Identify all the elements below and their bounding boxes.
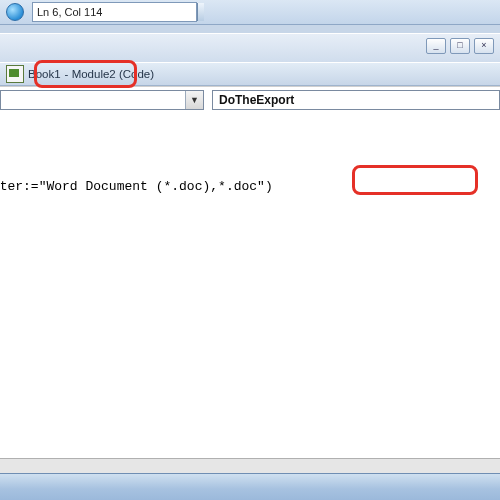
code-editor[interactable]: alFileName:=vbNullStrin, FileFilter:="Wo…	[0, 112, 500, 459]
status-resize-handle[interactable]	[197, 3, 204, 21]
code-pane-dropdown-row: ▼ DoTheExport	[0, 86, 500, 114]
code-window-title-prefix: Book1	[28, 68, 61, 80]
maximize-button[interactable]: □	[450, 38, 470, 54]
app-status-icon	[6, 3, 24, 21]
close-button[interactable]: ×	[474, 38, 494, 54]
code-window-titlebar[interactable]: Book1 - Module2 (Code)	[0, 62, 500, 86]
cursor-position-field: Ln 6, Col 114	[32, 2, 197, 22]
excel-module-icon	[6, 65, 24, 83]
chevron-down-icon[interactable]: ▼	[185, 91, 203, 109]
cursor-position-text: Ln 6, Col 114	[37, 6, 102, 18]
minimize-button[interactable]: _	[426, 38, 446, 54]
mdi-frame-header	[0, 33, 500, 63]
procedure-dropdown[interactable]: DoTheExport	[212, 90, 500, 110]
code-window-title-highlight: - Module2 (Code)	[65, 68, 154, 80]
status-bar: Ln 6, Col 114	[0, 0, 500, 25]
procedure-dropdown-value: DoTheExport	[213, 93, 499, 107]
app-bottom-bar	[0, 473, 500, 500]
object-dropdown[interactable]: ▼	[0, 90, 204, 110]
code-editor-footer	[0, 458, 500, 474]
mdi-window-controls: _ □ ×	[426, 38, 494, 54]
code-line[interactable]: alFileName:=vbNullStrin, FileFilter:="Wo…	[0, 179, 500, 194]
